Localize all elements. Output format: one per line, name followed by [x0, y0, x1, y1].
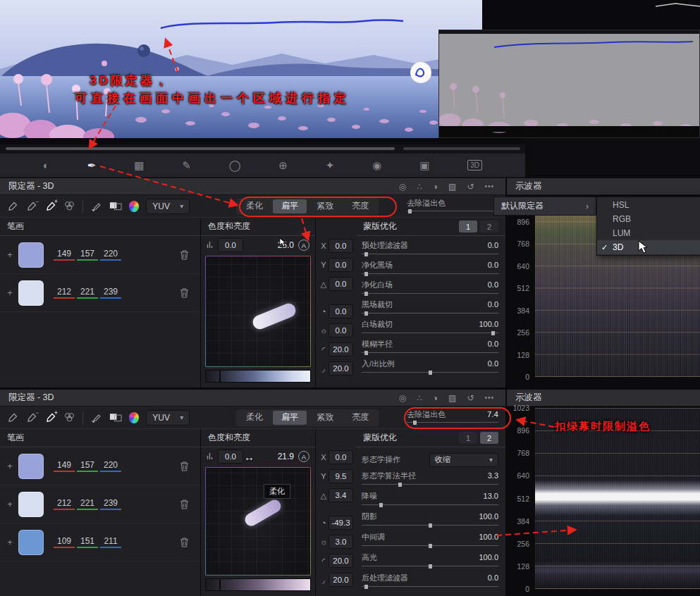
mode-soften-button[interactable]: 柔化	[238, 199, 271, 213]
horizontal-scrollbar[interactable]	[6, 147, 395, 150]
stroke-row[interactable]: + 149 157 220	[0, 236, 200, 274]
stroke-row[interactable]: + 212 221 239	[0, 274, 200, 312]
nodes-icon[interactable]: ∴	[417, 394, 422, 402]
chroma-value-2[interactable]: 21.9	[278, 452, 294, 461]
mask-param-slider[interactable]	[362, 311, 498, 317]
luma-gradient-bar[interactable]	[205, 578, 311, 591]
matte-overlay-icon[interactable]: ▨	[448, 394, 456, 402]
picker-subtract-icon[interactable]: −	[26, 200, 38, 213]
delete-stroke-icon[interactable]	[180, 250, 189, 260]
chroma-pad[interactable]	[206, 468, 310, 575]
x-value[interactable]: 0.0	[328, 239, 353, 253]
curves-icon[interactable]: ✎	[182, 160, 191, 170]
draw-brush-icon[interactable]	[90, 200, 102, 213]
stroke-color-swatch[interactable]	[18, 454, 44, 479]
mode-flat-button[interactable]: 扁平	[273, 411, 307, 425]
colorspace-dropdown[interactable]: YUV ▾	[146, 199, 190, 214]
menu-item-lum[interactable]: LUM	[597, 226, 700, 240]
color-wheels-icon[interactable]: ◐	[43, 160, 49, 170]
color-wheel-icon[interactable]	[129, 412, 140, 423]
matte-preview-window[interactable]	[438, 30, 700, 138]
blur-icon[interactable]: ◉	[372, 160, 381, 170]
luma-gradient-bar[interactable]	[205, 370, 311, 383]
rotate-value[interactable]: -49.3	[328, 516, 353, 530]
tracker-icon[interactable]: ⊕	[278, 160, 288, 170]
mode-luma-button[interactable]: 亮度	[343, 199, 377, 213]
mode-luma-button[interactable]: 亮度	[343, 411, 377, 425]
mode-soften-button[interactable]: 柔化	[238, 411, 271, 425]
stroke-overlap-icon[interactable]	[63, 411, 75, 424]
mask-param-slider[interactable]	[362, 523, 498, 529]
stroke-color-swatch[interactable]	[18, 242, 44, 268]
picker-eyedropper-icon[interactable]	[7, 200, 19, 213]
colorspace-dropdown[interactable]: YUV ▾	[146, 410, 190, 426]
mask-param-slider[interactable]	[362, 272, 498, 278]
contrast-icon[interactable]: ◑	[433, 394, 438, 402]
options-menu-icon[interactable]: •••	[484, 395, 494, 402]
y-value[interactable]: 9.5	[328, 469, 353, 483]
qualifier-palette-icon[interactable]: ✒	[87, 160, 97, 170]
menu-item-hsl[interactable]: HSL	[597, 198, 700, 212]
menu-item-rgb[interactable]: RGB	[597, 212, 700, 226]
mask-param-slider[interactable]	[362, 544, 498, 550]
y-value[interactable]: 0.0	[328, 258, 353, 272]
soft-out-value[interactable]: 20.0	[328, 573, 353, 587]
delete-stroke-icon[interactable]	[180, 499, 189, 509]
mask-tab-2[interactable]: 2	[480, 432, 498, 444]
x-value[interactable]: 0.0	[328, 450, 353, 464]
picker-eyedropper-icon[interactable]	[7, 411, 19, 424]
mask-param-slider[interactable]	[362, 585, 498, 590]
auto-icon[interactable]: A	[298, 240, 309, 251]
mode-tight-button[interactable]: 紧致	[308, 411, 342, 425]
stroke-color-swatch[interactable]	[18, 280, 44, 306]
stroke-color-swatch[interactable]	[18, 492, 44, 517]
matte-toggle-icon[interactable]	[109, 411, 122, 424]
stroke-row[interactable]: + 109 151 211	[0, 523, 200, 561]
matte-overlay-icon[interactable]: ▨	[448, 182, 456, 191]
reset-icon[interactable]: ↺	[467, 182, 474, 191]
mask-param-slider[interactable]	[362, 371, 498, 376]
stroke-color-swatch[interactable]	[18, 530, 44, 555]
viewer-image[interactable]	[0, 0, 482, 138]
chroma-pad[interactable]	[206, 256, 310, 366]
despill-slider[interactable]	[407, 421, 498, 426]
delete-stroke-icon[interactable]	[180, 538, 189, 547]
soft-in-value[interactable]: 20.0	[328, 342, 353, 356]
mask-param-slider[interactable]	[362, 564, 498, 570]
matte-toggle-icon[interactable]	[109, 200, 122, 213]
delete-stroke-icon[interactable]	[180, 288, 189, 298]
invert-matte-icon[interactable]: ◎	[399, 394, 406, 402]
delete-stroke-icon[interactable]	[180, 461, 189, 471]
chroma-value-2[interactable]: 25.0	[278, 240, 294, 250]
contrast-icon[interactable]: ◑	[433, 182, 438, 191]
stereo-3d-icon[interactable]: 3D	[467, 160, 482, 170]
rgb-mixer-icon[interactable]: ▦	[134, 160, 144, 170]
chroma-value-1[interactable]: 0.0	[218, 449, 243, 464]
picker-add-icon[interactable]: +	[44, 200, 56, 213]
picker-add-icon[interactable]: +	[44, 411, 56, 424]
window-icon[interactable]: ◯	[229, 160, 241, 170]
mask-param-slider[interactable]	[362, 331, 498, 337]
chroma-value-1[interactable]: 0.0	[218, 238, 243, 252]
mask-tab-1[interactable]: 1	[459, 432, 477, 444]
auto-icon[interactable]: A	[298, 451, 309, 462]
color-wheel-icon[interactable]	[129, 201, 140, 212]
reset-icon[interactable]: ↺	[467, 394, 474, 402]
options-menu-icon[interactable]: •••	[484, 183, 494, 190]
magic-mask-icon[interactable]: ✦	[326, 160, 335, 170]
key-icon[interactable]: ▣	[419, 160, 429, 170]
delta-value[interactable]: 3.4	[328, 488, 353, 502]
stroke-row[interactable]: + 212 221 239	[0, 485, 200, 523]
mask-tab-1[interactable]: 1	[459, 221, 477, 232]
stroke-row[interactable]: + 149 157 220	[0, 447, 200, 485]
mask-param-slider[interactable]	[362, 503, 498, 509]
morph-operation-dropdown[interactable]: 收缩 ▾	[429, 453, 498, 467]
mask-param-slider[interactable]	[362, 292, 498, 297]
despill-control[interactable]: 去除溢出色 0	[407, 197, 498, 215]
nodes-icon[interactable]: ∴	[417, 182, 422, 191]
soft-out-value[interactable]: 20.0	[328, 361, 353, 375]
soft-in-value[interactable]: 20.0	[328, 554, 353, 568]
mask-param-slider[interactable]	[362, 252, 498, 258]
rotate-value[interactable]: 0.0	[328, 304, 353, 318]
draw-brush-icon[interactable]	[90, 411, 102, 424]
